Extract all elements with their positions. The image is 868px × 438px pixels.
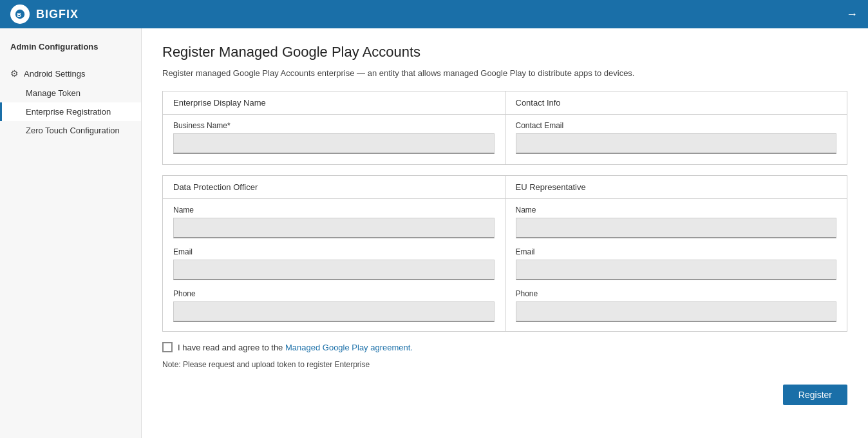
main-layout: Admin Configurations ⚙ Android Settings … bbox=[0, 28, 868, 438]
topbar: B BIGFIX → bbox=[0, 0, 868, 28]
logo-circle: B bbox=[10, 5, 30, 24]
enterprise-display-name-header: Enterprise Display Name bbox=[163, 91, 505, 114]
sidebar-subitem-label: Manage Token bbox=[26, 88, 80, 98]
eu-phone-input[interactable] bbox=[516, 301, 837, 322]
eu-email-input[interactable] bbox=[516, 260, 837, 280]
contact-email-input[interactable] bbox=[516, 133, 837, 154]
contact-info-header: Contact Info bbox=[505, 91, 847, 114]
business-name-input[interactable] bbox=[173, 133, 495, 154]
page-description: Register managed Google Play Accounts en… bbox=[162, 68, 847, 78]
svg-text:B: B bbox=[17, 12, 22, 18]
eu-rep-header: EU Representative bbox=[505, 176, 847, 198]
dpo-name-label: Name bbox=[173, 205, 495, 214]
dpo-email-label: Email bbox=[173, 247, 495, 256]
gear-icon: ⚙ bbox=[10, 68, 19, 79]
contact-email-label: Contact Email bbox=[516, 121, 837, 130]
note-text: Note: Please request and upload token to… bbox=[162, 360, 847, 369]
contact-email-col: Contact Email bbox=[505, 115, 847, 164]
agreement-row: I have read and agree to the Managed Goo… bbox=[162, 342, 847, 352]
sidebar-subitem-enterprise-registration[interactable]: Enterprise Registration bbox=[0, 102, 141, 121]
eu-phone-label: Phone bbox=[516, 289, 837, 298]
enterprise-section: Enterprise Display Name Contact Info Bus… bbox=[162, 91, 847, 165]
brand-name: BIGFIX bbox=[36, 8, 79, 21]
sidebar: Admin Configurations ⚙ Android Settings … bbox=[0, 28, 142, 438]
dpo-phone-input[interactable] bbox=[173, 301, 495, 322]
agreement-prefix: I have read and agree to the bbox=[178, 343, 285, 352]
logout-icon[interactable]: → bbox=[846, 8, 858, 21]
sidebar-subitem-label: Enterprise Registration bbox=[26, 107, 111, 117]
sidebar-subitem-zero-touch[interactable]: Zero Touch Configuration bbox=[0, 121, 141, 140]
business-name-col: Business Name* bbox=[163, 115, 505, 164]
sidebar-item-android-settings[interactable]: ⚙ Android Settings bbox=[0, 63, 141, 84]
agreement-link[interactable]: Managed Google Play agreement. bbox=[285, 343, 413, 352]
sidebar-item-label: Android Settings bbox=[24, 69, 85, 79]
eu-rep-col: Name Email Phone bbox=[505, 199, 847, 331]
enterprise-section-body: Business Name* Contact Email bbox=[163, 115, 847, 164]
eu-name-input[interactable] bbox=[516, 218, 837, 238]
dpo-header: Data Protection Officer bbox=[163, 176, 505, 198]
dpo-section: Data Protection Officer EU Representativ… bbox=[162, 175, 847, 332]
agreement-checkbox[interactable] bbox=[162, 342, 173, 352]
register-button[interactable]: Register bbox=[783, 385, 847, 405]
eu-name-label: Name bbox=[516, 205, 837, 214]
sidebar-subitem-manage-token[interactable]: Manage Token bbox=[0, 84, 141, 102]
dpo-col: Name Email Phone bbox=[163, 199, 505, 331]
agreement-text: I have read and agree to the Managed Goo… bbox=[178, 343, 413, 352]
business-name-label: Business Name* bbox=[173, 121, 495, 130]
content-area: Register Managed Google Play Accounts Re… bbox=[142, 28, 868, 438]
page-title: Register Managed Google Play Accounts bbox=[162, 44, 847, 61]
brand-logo: B BIGFIX bbox=[10, 5, 79, 24]
dpo-name-input[interactable] bbox=[173, 218, 495, 238]
dpo-section-body: Name Email Phone Name Email Phone bbox=[163, 199, 847, 331]
breadcrumb: Admin Configurations bbox=[0, 36, 141, 63]
sidebar-subitem-label: Zero Touch Configuration bbox=[26, 126, 120, 135]
dpo-section-header: Data Protection Officer EU Representativ… bbox=[163, 176, 847, 199]
enterprise-section-header: Enterprise Display Name Contact Info bbox=[163, 91, 847, 115]
dpo-email-input[interactable] bbox=[173, 260, 495, 280]
dpo-phone-label: Phone bbox=[173, 289, 495, 298]
footer-actions: Register bbox=[162, 379, 847, 410]
eu-email-label: Email bbox=[516, 247, 837, 256]
